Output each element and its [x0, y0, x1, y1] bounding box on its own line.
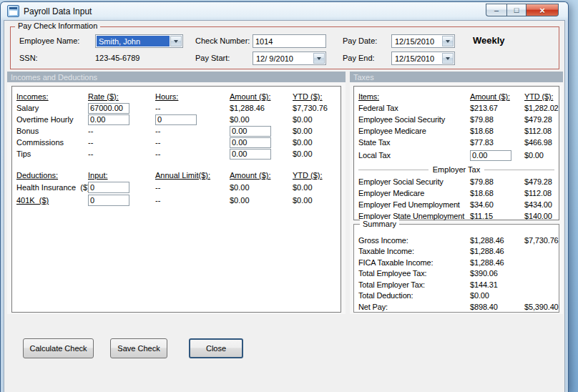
save-check-button[interactable]: Save Check: [110, 338, 167, 358]
summary-row-taxable-income: Taxable Income: $1,288.46: [358, 246, 559, 258]
tax-row-employer-fed-unemployment: Employer Fed Unemployment $34.60 $434.00: [358, 199, 559, 210]
row-label: Employer Fed Unemployment: [358, 200, 470, 209]
salary-rate-input[interactable]: [88, 103, 129, 114]
cell-amount: $34.60: [470, 200, 524, 209]
col-header-deductions: Deductions:: [16, 171, 88, 180]
cell-rate: [88, 114, 155, 125]
pay-end-value: 12/15/2010: [393, 53, 441, 64]
pay-date-value: 12/15/2010: [393, 36, 441, 46]
row-label: Employee Social Security: [358, 115, 470, 124]
pay-date-datepicker[interactable]: 12/15/2010: [391, 34, 455, 48]
cell-ytd: $466.98: [524, 138, 559, 147]
row-label: Total Employer Tax:: [358, 280, 470, 289]
income-row-tips: Tips -- -- $0.00: [16, 148, 341, 160]
cell-amount: $144.31: [470, 280, 524, 289]
bonus-amount-input[interactable]: [230, 126, 271, 137]
row-label: Employee Medicare: [358, 127, 470, 135]
cell-hours: --: [155, 104, 230, 112]
cell-amount: $18.68: [470, 127, 524, 135]
row-label: Gross Income:: [358, 236, 470, 245]
titlebar[interactable]: Payroll Data Input: [1, 2, 568, 20]
cell-ytd: $112.08: [524, 127, 559, 135]
calculate-check-button[interactable]: Calculate Check: [23, 338, 94, 358]
cell-amount: $0.00: [230, 115, 293, 124]
col-header-ytd: YTD ($):: [293, 92, 341, 101]
tax-header-row: Items: Amount ($): YTD ($):: [358, 91, 559, 102]
window-title: Payroll Data Input: [24, 6, 92, 16]
pay-end-datepicker[interactable]: 12/15/2010: [391, 52, 455, 65]
tips-amount-input[interactable]: [230, 149, 271, 160]
incomes-section-header: Incomes and Deductions: [7, 72, 346, 82]
row-label: Health Insurance ($): [16, 183, 88, 192]
row-label: Tips: [16, 150, 88, 158]
income-row-bonus: Bonus -- -- $0.00: [16, 125, 341, 137]
row-label: Overtime Hourly: [16, 115, 88, 124]
divider-line: [484, 170, 554, 170]
maximize-button[interactable]: □: [506, 4, 526, 16]
employer-tax-subheader: Employer Tax: [428, 165, 484, 174]
cell-amount: [230, 126, 293, 137]
divider-line: [358, 170, 428, 170]
cell-ytd: $434.00: [524, 200, 559, 209]
check-number-input[interactable]: [253, 34, 326, 48]
cell-input: [88, 182, 155, 193]
col-header-ytd: YTD ($):: [524, 92, 559, 101]
commissions-amount-input[interactable]: [230, 137, 271, 148]
minimize-button[interactable]: –: [486, 4, 506, 16]
chevron-down-icon: [317, 57, 321, 60]
tax-row-employee-medicare: Employee Medicare $18.68 $112.08: [358, 125, 559, 137]
cell-amount: $77.83: [470, 138, 524, 147]
cell-ytd: $0.00: [293, 115, 341, 124]
pay-date-dropdown-button[interactable]: [442, 36, 454, 46]
cell-rate: [88, 103, 155, 114]
employee-name-dropdown-button[interactable]: [170, 36, 182, 46]
summary-row-gross-income: Gross Income: $1,288.46 $7,730.76: [358, 235, 559, 246]
tax-row-local: Local Tax $0.00: [358, 148, 559, 162]
row-label: Local Tax: [358, 151, 470, 160]
cell-ytd: $0.00: [293, 196, 341, 205]
health-insurance-input[interactable]: [88, 182, 129, 193]
cell-ytd: $7,730.76: [293, 104, 341, 112]
col-header-annual-limit: Annual Limit($):: [155, 171, 230, 180]
cell-ytd: $140.00: [524, 212, 559, 220]
cell-amount: [230, 149, 293, 160]
cell-ytd: $479.28: [524, 115, 559, 124]
cell-limit: --: [155, 183, 230, 192]
local-tax-input[interactable]: [470, 150, 511, 161]
cell-amount: $1,288.46: [470, 247, 524, 255]
cell-ytd: $479.28: [524, 177, 559, 186]
cell-ytd: $0.00: [293, 138, 341, 147]
row-label: Employer Social Security: [358, 177, 470, 186]
cell-amount: $0.00: [230, 196, 293, 205]
cell-ytd: $1,282.02: [524, 104, 559, 112]
close-form-button[interactable]: Close: [189, 338, 243, 358]
summary-row-net-pay: Net Pay: $898.40 $5,390.40: [358, 301, 559, 313]
cell-hours: --: [155, 127, 230, 135]
cell-amount: $390.06: [470, 269, 524, 278]
row-label: Federal Tax: [358, 104, 470, 112]
pay-end-dropdown-button[interactable]: [442, 53, 454, 64]
row-label: 401K ($): [16, 196, 88, 205]
overtime-hours-input[interactable]: [155, 114, 197, 125]
employee-name-select[interactable]: Smith, John: [95, 34, 183, 48]
taxes-table: Items: Amount ($): YTD ($): Federal Tax …: [353, 86, 559, 220]
chevron-down-icon: [174, 40, 178, 43]
401k-input[interactable]: [88, 195, 129, 206]
pay-start-datepicker[interactable]: 12/ 9/2010: [253, 52, 326, 65]
col-header-hours: Hours:: [155, 92, 230, 101]
pay-date-label: Pay Date:: [343, 36, 377, 45]
row-label: Commissions: [16, 138, 88, 147]
cell-ytd: $0.00: [524, 151, 559, 160]
maximize-icon: □: [514, 6, 519, 14]
cell-hours: --: [155, 150, 230, 158]
row-label: Total Deduction:: [358, 291, 470, 300]
cell-amount: $898.40: [470, 303, 524, 311]
tax-row-employee-social-security: Employee Social Security $79.88 $479.28: [358, 114, 559, 125]
overtime-rate-input[interactable]: [88, 114, 129, 125]
chevron-down-icon: [446, 40, 450, 43]
tax-row-state: State Tax $77.83 $466.98: [358, 137, 559, 148]
cell-hours: [155, 114, 230, 125]
close-button[interactable]: ×: [526, 4, 559, 16]
cell-ytd: $0.00: [293, 127, 341, 135]
pay-start-dropdown-button[interactable]: [313, 53, 325, 64]
